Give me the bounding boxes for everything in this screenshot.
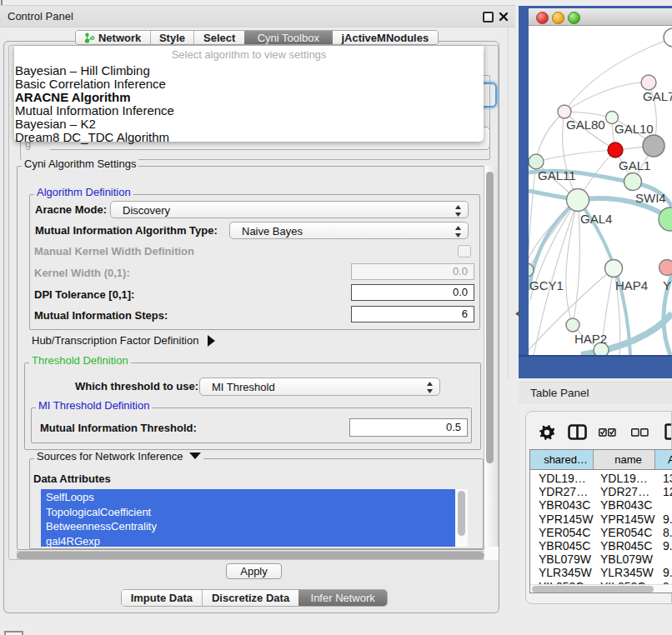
svg-text:GCY1: GCY1 (529, 278, 564, 292)
svg-text:HAP2: HAP2 (574, 332, 607, 346)
svg-text:GAL4: GAL4 (580, 212, 612, 226)
svg-text:GAL7: GAL7 (643, 89, 672, 103)
svg-text:GAL80: GAL80 (566, 118, 605, 132)
svg-text:GAL11: GAL11 (538, 168, 576, 182)
svg-text:SWI4: SWI4 (635, 191, 666, 205)
svg-text:HAP4: HAP4 (615, 278, 648, 292)
svg-text:Y: Y (663, 278, 671, 292)
svg-text:GAL1: GAL1 (619, 158, 650, 172)
svg-text:GAL10: GAL10 (614, 122, 654, 136)
